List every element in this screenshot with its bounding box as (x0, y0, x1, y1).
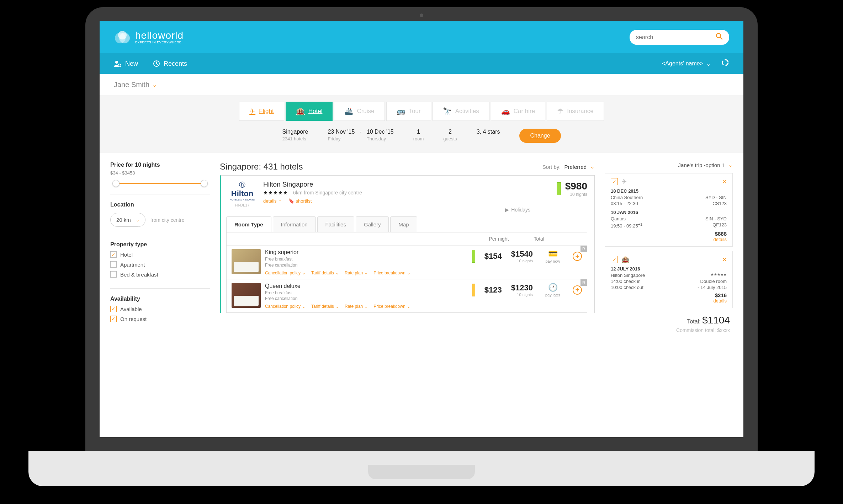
slider-thumb-min[interactable] (112, 180, 120, 187)
airline: China Southern (611, 195, 643, 200)
rateplan-link[interactable]: Rate plan ⌄ (345, 270, 368, 275)
svg-point-5 (115, 61, 118, 64)
car-icon: 🚗 (501, 107, 510, 116)
chevron-down-icon: ⌄ (136, 218, 139, 222)
location-distance-value: 20 km (116, 217, 131, 223)
trip-remove-button[interactable]: ✕ (722, 178, 727, 185)
checkbox-hotel[interactable]: ✓Hotel (110, 251, 210, 258)
slider-thumb-max[interactable] (201, 180, 208, 187)
checkbox-icon: ✓ (110, 306, 117, 312)
chevron-down-icon: ⌄ (706, 60, 711, 67)
trip-segment-date: 12 JULY 2016 (611, 266, 727, 272)
room-total: $1230 (511, 283, 533, 293)
customer-name: Jane Smith (114, 81, 149, 89)
tab-insurance[interactable]: ☂Insurance (547, 102, 604, 121)
price-slider[interactable] (110, 180, 210, 187)
tab-label: Car hire (514, 108, 535, 115)
criteria-destination: Singapore (282, 129, 308, 135)
agent-dropdown[interactable]: <Agents' name> ⌄ (662, 60, 711, 67)
hotel-details-link[interactable]: details ⌃ (263, 198, 281, 204)
add-room-button[interactable]: + (573, 285, 582, 295)
tariff-link[interactable]: Tariff details ⌄ (311, 270, 339, 275)
card-icon: 💳 (542, 249, 563, 258)
subtab-information[interactable]: Information (273, 216, 316, 232)
hotel-card: ⓗ Hilton HOTELS & RESORTS HI-DL17 Hilton… (220, 175, 595, 313)
trip-option-select[interactable]: Jane's trip -option 1 ⌄ (605, 162, 733, 168)
itinerary-column: Jane's trip -option 1 ⌄ ✓ ✈ ✕ 18 DEC 201… (605, 162, 733, 340)
checkbox-apartment[interactable]: Apartment (110, 261, 210, 268)
change-button[interactable]: Change (519, 129, 561, 143)
link-label: shortlist (296, 198, 312, 204)
checkin-time: 14:00 check in (611, 279, 641, 284)
agent-name: <Agents' name> (662, 60, 703, 67)
ship-icon: 🚢 (344, 107, 353, 116)
brand-logo[interactable]: helloworld EXPERTS IN EVERYWHERE (114, 30, 184, 45)
cancellation-link[interactable]: Cancellation policy ⌄ (265, 304, 306, 309)
refresh-icon[interactable] (721, 59, 729, 69)
link-label: Price breakdown (373, 304, 405, 309)
tab-cruise[interactable]: 🚢Cruise (334, 102, 385, 121)
chevron-down-icon: ⌄ (728, 162, 733, 168)
subtab-gallery[interactable]: Gallery (356, 216, 389, 232)
customer-dropdown[interactable]: Jane Smith ⌄ (114, 81, 157, 89)
clock-icon: 🕐 (542, 283, 563, 292)
tab-activities[interactable]: 🔭Activities (433, 102, 489, 121)
room-thumbnail[interactable] (232, 249, 261, 274)
trip-totals: Total: $1104 Commission total: $xxxx (605, 312, 733, 335)
trip-details-link[interactable]: details (611, 237, 727, 242)
sort-value: Preferred (564, 164, 587, 170)
pricebreak-link[interactable]: Price breakdown ⌄ (373, 304, 410, 309)
svg-line-4 (720, 37, 722, 39)
trip-remove-button[interactable]: ✕ (722, 256, 727, 263)
hotel-shortlist-link[interactable]: 🔖shortlist (288, 198, 312, 204)
rateplan-link[interactable]: Rate plan ⌄ (345, 304, 368, 309)
hotel-code: HI-DL17 (226, 203, 258, 207)
tariff-link[interactable]: Tariff details ⌄ (311, 304, 339, 309)
checkout-time: 10:00 check out (611, 285, 643, 290)
room-type: Double room (700, 279, 727, 284)
brand-name: helloworld (135, 30, 184, 41)
trip-checkbox[interactable]: ✓ (611, 178, 618, 185)
trip-checkbox[interactable]: ✓ (611, 256, 618, 263)
cancellation-link[interactable]: Cancellation policy ⌄ (265, 270, 306, 275)
recents-button[interactable]: Recents (152, 60, 187, 68)
checkbox-available[interactable]: ✓Available (110, 306, 210, 312)
availability-title: Availability (110, 296, 210, 302)
add-room-button[interactable]: + (573, 252, 582, 261)
new-button[interactable]: New (114, 60, 138, 68)
hotel-distance: 6km from Singapore city centre (293, 190, 362, 195)
tab-hotel[interactable]: 🏨Hotel (286, 102, 333, 121)
checkbox-onrequest[interactable]: ✓On request (110, 316, 210, 322)
subtab-roomtype[interactable]: Room Type (226, 216, 271, 232)
location-from-label: from city centre (150, 217, 185, 223)
search-input[interactable] (636, 34, 716, 41)
trip-details-link[interactable]: details (611, 298, 727, 304)
link-label: Cancellation policy (265, 270, 301, 275)
history-icon (152, 60, 160, 68)
room-thumbnail[interactable] (232, 283, 261, 308)
location-distance-select[interactable]: 20 km ⌄ (110, 213, 145, 227)
trip-item-hotel: ✓ 🏨 ✕ 12 JULY 2016 Hilton Singapore★★★★★… (605, 251, 733, 308)
commission-value: $xxxx (717, 327, 730, 333)
link-label: Rate plan (345, 270, 363, 275)
pricebreak-link[interactable]: Price breakdown ⌄ (373, 270, 410, 275)
room-inclusion: Free breakfast (265, 256, 468, 262)
tab-tour[interactable]: 🚌Tour (386, 102, 431, 121)
svg-point-2 (118, 31, 127, 39)
subtab-facilities[interactable]: Facilities (317, 216, 354, 232)
search-icon[interactable] (716, 33, 723, 42)
hotel-subtabs: Room Type Information Facilities Gallery… (226, 216, 587, 232)
room-nights: 10 nights (511, 259, 533, 263)
tab-car[interactable]: 🚗Car hire (491, 102, 545, 121)
tab-flight[interactable]: ✈Flight (239, 102, 284, 121)
subtab-map[interactable]: Map (390, 216, 417, 232)
room-nights: 10 nights (511, 293, 533, 297)
times: 08:15 - 22:30 (611, 201, 638, 206)
checkbox-label: Bed & breakfast (120, 272, 158, 278)
criteria-guests: 2 (443, 129, 457, 135)
criteria-checkin: 23 Nov '15 (328, 129, 355, 135)
sort-dropdown[interactable]: Sort by: Preferred ⌄ (542, 163, 595, 170)
search-box[interactable] (630, 30, 729, 45)
checkbox-bnb[interactable]: Bed & breakfast (110, 271, 210, 278)
tab-label: Cruise (357, 108, 374, 115)
